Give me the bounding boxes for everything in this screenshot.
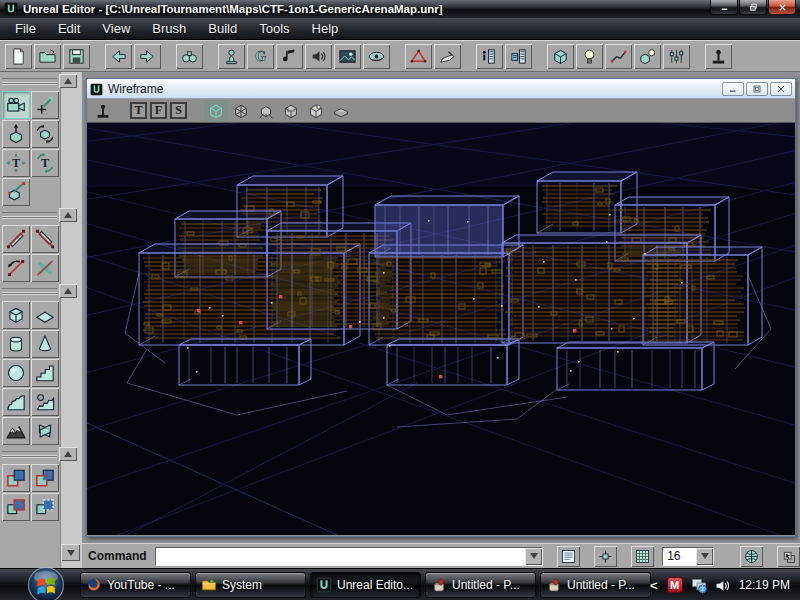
group-collapse-button[interactable] (59, 447, 77, 461)
clip-marker-2-button[interactable] (31, 225, 59, 253)
menu-item-file[interactable]: File (4, 19, 47, 38)
brush-cylinder-button[interactable] (2, 330, 30, 358)
actor-move-button[interactable] (31, 91, 59, 119)
group-collapse-button[interactable] (59, 74, 77, 88)
brush-curved-stairs-button[interactable] (2, 388, 30, 416)
play-map-button[interactable] (705, 44, 732, 69)
viewport-toggle-f[interactable]: F (150, 102, 167, 119)
view-mode-zones-button[interactable] (229, 100, 253, 121)
brush-cube-button[interactable] (2, 301, 30, 329)
close-button[interactable] (768, 0, 796, 15)
taskbar-button-1[interactable]: YouTube - ... (80, 572, 191, 598)
vertex-snap-button[interactable] (594, 546, 617, 567)
taskbar-button-4[interactable]: Untitled - P... (425, 572, 536, 598)
browser-actors-button[interactable] (218, 44, 245, 69)
browser-sounds-button[interactable] (305, 44, 332, 69)
menu-item-tools[interactable]: Tools (248, 19, 300, 38)
build-lighting-icon (580, 47, 599, 66)
build-paths-button[interactable] (605, 44, 632, 69)
csg-deintersect-button[interactable] (31, 493, 59, 521)
minimize-button[interactable] (710, 0, 738, 15)
viewport-minimize-button[interactable] (722, 82, 744, 96)
texture-rotate-button[interactable]: T (31, 149, 59, 177)
browser-groups-button[interactable]: G (247, 44, 274, 69)
menu-item-build[interactable]: Build (197, 19, 248, 38)
group-collapse-button[interactable] (59, 284, 77, 298)
network-tray-icon[interactable] (691, 577, 708, 594)
file-new-button[interactable] (5, 44, 32, 69)
browser-textures-button[interactable] (334, 44, 361, 69)
system-tray: < M 12:19 PM (650, 569, 796, 600)
surface-properties-button[interactable] (434, 44, 461, 69)
build-geometry-button[interactable] (547, 44, 574, 69)
build-all-button[interactable] (634, 44, 661, 69)
viewport-joystick-button[interactable] (91, 100, 115, 121)
taskbar-button-3[interactable]: Unreal Edito... (310, 572, 421, 598)
viewport-titlebar[interactable]: Wireframe (87, 79, 795, 99)
view-mode-textured-button[interactable] (279, 100, 303, 121)
brush-stairs-button[interactable] (31, 359, 59, 387)
view-mode-wireframe-button[interactable] (204, 100, 228, 121)
grid-size-dropdown-button[interactable] (696, 548, 713, 565)
browser-meshes-button[interactable] (363, 44, 390, 69)
brush-cone-button[interactable] (31, 330, 59, 358)
brush-sphere-button[interactable] (2, 359, 30, 387)
clip-delete-button[interactable] (31, 254, 59, 282)
restore-button[interactable] (739, 0, 767, 15)
brush-volumetric-button[interactable] (31, 417, 59, 445)
browser-music-button[interactable] (276, 44, 303, 69)
volume-tray-icon[interactable] (714, 577, 731, 594)
view-mode-lit-button[interactable] (304, 100, 328, 121)
command-dropdown-button[interactable] (525, 548, 542, 565)
command-input[interactable] (156, 548, 526, 565)
camera-mode-button[interactable] (2, 91, 30, 119)
clip-rotate-button[interactable] (2, 254, 30, 282)
tray-collapse-icon[interactable]: < (650, 578, 658, 593)
toolbar-group (405, 44, 463, 69)
toolbox-scroll-down-button[interactable] (61, 544, 80, 561)
actor-properties-button[interactable] (476, 44, 503, 69)
build-options-button[interactable] (663, 44, 690, 69)
log-window-button[interactable] (557, 546, 580, 567)
brush-sheet-button[interactable] (31, 301, 59, 329)
csg-intersect-button[interactable] (2, 493, 30, 521)
build-lighting-button[interactable] (576, 44, 603, 69)
viewport-maximize-button[interactable] (746, 82, 768, 96)
menu-item-edit[interactable]: Edit (47, 19, 91, 38)
viewport-close-button[interactable] (770, 82, 792, 96)
brush-scale-button[interactable] (2, 120, 30, 148)
select-mode-button[interactable] (777, 546, 800, 567)
start-button[interactable] (27, 566, 65, 600)
file-save-button[interactable] (63, 44, 90, 69)
view-mode-ortho-button[interactable] (254, 100, 278, 121)
brush-spiral-stairs-button[interactable] (31, 388, 59, 416)
taskbar-button-2[interactable]: System (195, 572, 306, 598)
texture-pan-button[interactable]: T (2, 149, 30, 177)
shape-editor-2d-button[interactable] (405, 44, 432, 69)
brush-cylinder-icon (5, 333, 27, 355)
clip-marker-button[interactable] (2, 225, 30, 253)
brush-terrain-button[interactable] (2, 417, 30, 445)
menu-item-view[interactable]: View (91, 19, 141, 38)
level-properties-button[interactable] (505, 44, 532, 69)
csg-add-button[interactable] (2, 464, 30, 492)
viewport-toggle-s[interactable]: S (170, 102, 187, 119)
csg-subtract-button[interactable] (31, 464, 59, 492)
taskbar-button-5[interactable]: Untitled - P... (540, 572, 651, 598)
brush-snap-button[interactable] (2, 178, 30, 206)
grid-toggle-button[interactable] (631, 546, 654, 567)
viewport-3d-wireframe[interactable] (87, 123, 795, 535)
menu-item-help[interactable]: Help (301, 19, 350, 38)
brush-rotate-button[interactable] (31, 120, 59, 148)
file-open-button[interactable] (34, 44, 61, 69)
redo-button[interactable] (134, 44, 161, 69)
undo-button[interactable] (105, 44, 132, 69)
draw-region-button[interactable] (740, 546, 763, 567)
search-button[interactable] (176, 44, 203, 69)
viewport-toggle-t[interactable]: T (130, 102, 147, 119)
view-mode-flat-button[interactable] (329, 100, 353, 121)
menu-item-brush[interactable]: Brush (141, 19, 197, 38)
mcafee-tray-icon[interactable]: M (667, 577, 683, 593)
group-collapse-button[interactable] (59, 208, 77, 222)
taskbar-clock[interactable]: 12:19 PM (739, 578, 790, 592)
